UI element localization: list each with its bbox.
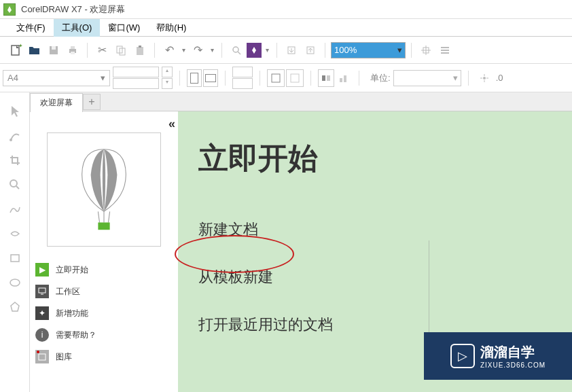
open-button[interactable] <box>26 41 43 59</box>
sidebar-item-getstarted[interactable]: ▶ 立即开始 <box>30 259 178 281</box>
separator <box>359 71 359 86</box>
svg-rect-19 <box>441 52 449 54</box>
zoom-level-input[interactable]: ▾ <box>331 42 406 58</box>
portrait-button[interactable] <box>187 69 202 87</box>
rectangle-tool[interactable] <box>0 246 30 270</box>
align-a-button[interactable] <box>318 69 334 87</box>
copy-button[interactable] <box>112 41 130 59</box>
svg-point-26 <box>483 77 486 79</box>
link-new-document[interactable]: 新建文档 <box>198 219 552 240</box>
document-tabs: 欢迎屏幕 + <box>30 92 572 111</box>
svg-point-28 <box>10 180 17 187</box>
welcome-panel: 立即开始 新建文档 从模板新建 打开最近用过的文档 ▷ 溜溜自学 ZIXUE.3… <box>178 111 572 392</box>
redo-button[interactable]: ↷ <box>189 41 207 59</box>
sidebar-item-whatsnew[interactable]: ✦ 新增功能 <box>30 302 178 324</box>
svg-rect-36 <box>98 222 109 230</box>
svg-rect-25 <box>344 75 346 82</box>
options-button[interactable] <box>436 41 454 59</box>
svg-line-34 <box>108 211 109 222</box>
paste-button[interactable] <box>131 41 149 59</box>
play-circle-icon: ▷ <box>450 344 475 368</box>
gallery-icon <box>35 350 49 363</box>
add-tab-button[interactable]: + <box>83 94 101 110</box>
tab-welcome[interactable]: 欢迎屏幕 <box>30 93 83 112</box>
svg-rect-21 <box>291 74 299 82</box>
separator <box>260 71 260 86</box>
watermark: ▷ 溜溜自学 ZIXUE.3D66.COM <box>424 332 572 380</box>
svg-rect-18 <box>441 50 449 51</box>
orientation-group <box>187 69 218 87</box>
welcome-sidebar: « <box>30 111 178 392</box>
chevron-down-icon[interactable]: ▾ <box>397 45 402 55</box>
page-steppers <box>232 67 253 89</box>
sidebar-item-help[interactable]: i 需要帮助？ <box>30 324 178 346</box>
svg-rect-30 <box>11 255 19 262</box>
undo-dropdown[interactable]: ▾ <box>179 41 187 59</box>
width-input[interactable] <box>113 67 159 77</box>
svg-line-33 <box>98 211 99 222</box>
artistic-tool[interactable] <box>0 221 30 246</box>
sidebar-item-workspace[interactable]: 工作区 <box>30 281 178 302</box>
landscape-button[interactable] <box>203 69 218 87</box>
svg-rect-9 <box>139 46 141 48</box>
unit-label: 单位: <box>370 72 391 84</box>
separator <box>411 43 412 58</box>
crop-tool[interactable] <box>0 148 30 173</box>
paper-size-select[interactable]: A4 ▾ <box>3 70 110 86</box>
draw-units-group <box>267 69 304 87</box>
sidebar-item-label: 图库 <box>56 351 72 363</box>
separator <box>468 71 469 86</box>
property-bar: A4 ▾ ▴ ▾ 单位: ▾ <box>0 64 572 92</box>
ellipse-tool[interactable] <box>0 270 30 295</box>
sidebar-item-gallery[interactable]: 图库 <box>30 346 178 368</box>
search-button[interactable] <box>228 41 245 59</box>
welcome-title: 立即开始 <box>198 139 552 179</box>
nudge-value: .0 <box>496 73 503 83</box>
polygon-tool[interactable] <box>0 295 30 319</box>
svg-rect-20 <box>272 74 280 82</box>
app-launcher-button[interactable] <box>247 43 262 58</box>
import-button[interactable] <box>283 41 300 59</box>
export-button[interactable] <box>302 41 319 59</box>
cut-button[interactable]: ✂ <box>93 41 111 59</box>
svg-rect-4 <box>71 46 75 49</box>
menu-tools[interactable]: 工具(O) <box>54 19 101 37</box>
menu-help[interactable]: 帮助(H) <box>148 19 194 37</box>
svg-line-11 <box>238 52 240 54</box>
link-from-template[interactable]: 从模板新建 <box>198 267 552 287</box>
unit-select[interactable]: ▾ <box>393 70 461 86</box>
orient-b-button[interactable] <box>286 69 304 87</box>
svg-rect-2 <box>52 46 56 50</box>
nudge-icon <box>476 69 493 87</box>
freehand-tool[interactable] <box>0 197 30 221</box>
svg-marker-32 <box>11 302 19 311</box>
align-b-button[interactable] <box>336 69 352 87</box>
watermark-main: 溜溜自学 <box>480 343 546 361</box>
play-icon: ▶ <box>35 263 49 277</box>
collapse-sidebar-icon[interactable]: « <box>30 111 178 131</box>
product-logo <box>47 132 161 247</box>
snap-button[interactable] <box>417 41 435 59</box>
menu-window[interactable]: 窗口(W) <box>100 19 148 37</box>
menu-file[interactable]: 文件(F) <box>8 19 54 37</box>
dimensions-group <box>113 67 159 89</box>
sparkle-icon: ✦ <box>35 306 49 320</box>
separator <box>179 71 180 86</box>
shape-tool[interactable] <box>0 124 30 148</box>
new-document-button[interactable] <box>7 41 24 59</box>
chevron-down-icon: ▾ <box>101 73 105 83</box>
height-input[interactable] <box>113 78 159 89</box>
watermark-sub: ZIXUE.3D66.COM <box>480 361 546 369</box>
redo-dropdown[interactable]: ▾ <box>208 41 216 59</box>
svg-rect-8 <box>137 47 143 55</box>
sidebar-item-label: 需要帮助？ <box>56 329 96 341</box>
zoom-tool[interactable] <box>0 173 30 197</box>
svg-point-27 <box>10 139 12 141</box>
save-button[interactable] <box>45 41 62 59</box>
orient-a-button[interactable] <box>267 69 285 87</box>
launcher-dropdown[interactable]: ▾ <box>263 41 271 59</box>
undo-button[interactable]: ↶ <box>160 41 178 59</box>
separator <box>87 43 88 58</box>
pick-tool[interactable] <box>0 99 30 124</box>
print-button[interactable] <box>64 41 82 59</box>
